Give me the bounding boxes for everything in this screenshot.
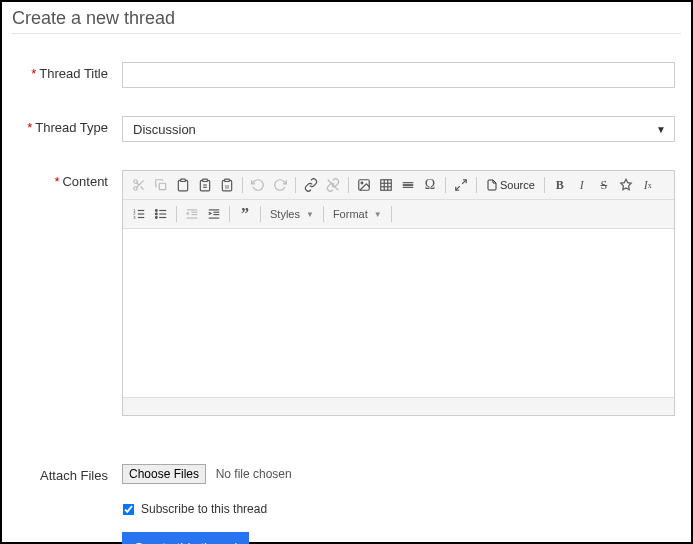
svg-text:3: 3 (133, 215, 136, 220)
image-icon[interactable] (354, 175, 374, 195)
svg-rect-7 (203, 179, 208, 181)
source-button[interactable]: Source (482, 175, 539, 195)
required-marker: * (54, 174, 59, 189)
thread-title-input[interactable] (122, 62, 675, 88)
svg-point-36 (155, 217, 157, 219)
italic-icon[interactable]: I (572, 175, 592, 195)
styles-dropdown[interactable]: Styles ▼ (266, 204, 318, 224)
unlink-icon[interactable] (323, 175, 343, 195)
svg-point-1 (134, 187, 138, 191)
format-dropdown[interactable]: Format ▼ (329, 204, 386, 224)
svg-point-34 (155, 210, 157, 212)
cut-icon[interactable] (129, 175, 149, 195)
svg-point-35 (155, 213, 157, 215)
row-thread-type: *Thread Type Discussion ▼ (12, 116, 681, 142)
label-content: *Content (12, 170, 122, 416)
svg-point-14 (361, 182, 363, 184)
editor-toolbar-row1: W Ω Source (123, 171, 674, 200)
svg-line-23 (462, 180, 466, 184)
create-thread-button[interactable]: Create this thread (122, 532, 249, 544)
redo-icon[interactable] (270, 175, 290, 195)
chevron-down-icon: ▼ (374, 210, 382, 219)
required-marker: * (31, 66, 36, 81)
outdent-icon[interactable] (182, 204, 202, 224)
svg-rect-15 (381, 180, 392, 191)
svg-text:W: W (225, 185, 230, 190)
special-char-icon[interactable]: Ω (420, 175, 440, 195)
svg-rect-10 (225, 179, 230, 181)
link-icon[interactable] (301, 175, 321, 195)
indent-icon[interactable] (204, 204, 224, 224)
label-attach-files: Attach Files (12, 464, 122, 484)
svg-rect-5 (159, 183, 165, 189)
remove-format-icon[interactable]: Ix (638, 175, 658, 195)
paste-icon[interactable] (173, 175, 193, 195)
editor-toolbar-row2: 123 ” Styles ▼ Format ▼ (123, 200, 674, 229)
svg-line-3 (140, 186, 143, 189)
bold-icon[interactable]: B (550, 175, 570, 195)
strikethrough-icon[interactable]: S (594, 175, 614, 195)
bullet-list-icon[interactable] (151, 204, 171, 224)
required-marker: * (27, 120, 32, 135)
row-thread-title: *Thread Title (12, 62, 681, 88)
copy-icon[interactable] (151, 175, 171, 195)
editor-footer (123, 397, 674, 415)
horizontal-rule-icon[interactable] (398, 175, 418, 195)
numbered-list-icon[interactable]: 123 (129, 204, 149, 224)
row-attach-files: Attach Files Choose Files No file chosen (12, 464, 681, 484)
chevron-down-icon: ▼ (306, 210, 314, 219)
create-thread-form: Create a new thread *Thread Title *Threa… (0, 0, 693, 544)
svg-rect-6 (181, 179, 186, 181)
svg-line-4 (137, 183, 139, 185)
highlight-icon[interactable] (616, 175, 636, 195)
paste-word-icon[interactable]: W (217, 175, 237, 195)
row-content: *Content W (12, 170, 681, 416)
blockquote-icon[interactable]: ” (235, 204, 255, 224)
subscribe-label: Subscribe to this thread (141, 502, 267, 516)
label-thread-type: *Thread Type (12, 116, 122, 142)
thread-type-selected: Discussion (133, 122, 196, 137)
table-icon[interactable] (376, 175, 396, 195)
chevron-down-icon: ▼ (656, 124, 666, 135)
rich-text-editor: W Ω Source (122, 170, 675, 416)
choose-files-button[interactable]: Choose Files (122, 464, 206, 484)
label-thread-title: *Thread Title (12, 62, 122, 88)
undo-icon[interactable] (248, 175, 268, 195)
maximize-icon[interactable] (451, 175, 471, 195)
svg-point-0 (134, 180, 138, 184)
page-title: Create a new thread (12, 8, 681, 34)
file-status-text: No file chosen (216, 467, 292, 481)
subscribe-checkbox[interactable] (123, 503, 135, 515)
svg-line-24 (456, 186, 460, 190)
paste-text-icon[interactable] (195, 175, 215, 195)
thread-type-select[interactable]: Discussion ▼ (122, 116, 675, 142)
editor-textarea[interactable] (123, 229, 674, 397)
subscribe-row: Subscribe to this thread (122, 502, 681, 516)
